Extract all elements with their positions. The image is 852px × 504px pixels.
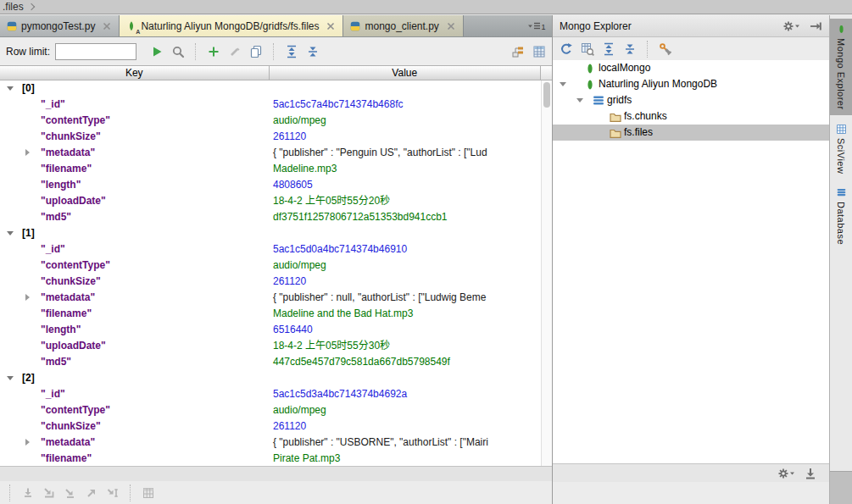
mongo-explorer-header: Mongo Explorer xyxy=(553,15,829,37)
field-row[interactable]: "_id"5ac1c5c7a4bc714374b468fc xyxy=(0,97,541,113)
scrollbar-thumb[interactable] xyxy=(543,82,550,108)
collapse-arrow-icon[interactable] xyxy=(7,86,14,91)
hide-panel-icon[interactable] xyxy=(809,19,822,33)
tree-node-naturling-aliyun-mongodb[interactable]: Naturling Aliyun MongoDB xyxy=(553,76,829,92)
document-index-label: [1] xyxy=(22,227,35,239)
collapse-arrow-icon[interactable] xyxy=(560,82,566,86)
field-row[interactable]: "chunkSize"261120 xyxy=(0,274,541,290)
row-limit-input[interactable] xyxy=(55,43,136,60)
document-index-row[interactable]: [0] xyxy=(0,80,541,97)
tool-window-tab-label: Mongo Explorer xyxy=(836,38,846,110)
refresh-icon[interactable] xyxy=(560,42,573,56)
arrow-down-right-icon[interactable] xyxy=(64,486,77,500)
value-cell xyxy=(270,80,541,97)
value-cell: 18-4-2 上午05时55分20秒 xyxy=(270,193,541,209)
field-row[interactable]: "uploadDate"18-4-2 上午05时55分30秒 xyxy=(0,338,541,354)
close-icon[interactable] xyxy=(101,20,113,32)
field-row[interactable]: "contentType"audio/mpeg xyxy=(0,402,541,418)
collection-search-icon[interactable] xyxy=(581,42,594,56)
panel-header-icons xyxy=(782,19,822,33)
sciview-grid-icon xyxy=(836,124,847,135)
collapse-all-icon[interactable] xyxy=(623,42,637,56)
breadcrumb-item[interactable]: .files xyxy=(3,1,24,13)
tab-label: pymongoTest.py xyxy=(21,20,95,32)
key-cell: "metadata" xyxy=(0,290,270,306)
expand-all-icon[interactable] xyxy=(602,42,615,56)
arrow-to-cursor-icon[interactable] xyxy=(106,486,120,500)
field-row[interactable]: "length"4808605 xyxy=(0,177,541,193)
field-row[interactable]: "uploadDate"18-4-2 上午05时55分20秒 xyxy=(0,193,541,209)
column-header-value[interactable]: Value xyxy=(270,66,541,80)
results-action-icons xyxy=(150,43,320,60)
magnifier-icon[interactable] xyxy=(171,45,185,58)
field-key: "metadata" xyxy=(41,291,95,303)
table-view-icon[interactable] xyxy=(532,45,546,58)
field-value: df3751f1257806712a51353bd941ccb1 xyxy=(273,211,448,223)
expand-arrow-icon[interactable] xyxy=(25,149,30,156)
key-cell: "md5" xyxy=(0,354,270,370)
field-row[interactable]: "metadata"{ "publisher" : null, "authorL… xyxy=(0,290,541,306)
editor-tab[interactable]: mongo_client.py xyxy=(343,15,463,36)
document-index-row[interactable]: [2] xyxy=(0,370,541,386)
add-icon[interactable] xyxy=(207,45,220,58)
value-cell: 6516440 xyxy=(270,322,541,338)
editor-tab[interactable]: ANaturling Aliyun MongoDB/gridfs/fs.file… xyxy=(120,15,343,36)
tabs-list-icon[interactable]: 1 xyxy=(527,19,546,33)
toolbar-separator xyxy=(9,485,11,501)
collapse-arrow-icon[interactable] xyxy=(7,231,14,235)
field-row[interactable]: "chunkSize"261120 xyxy=(0,129,541,145)
copy-icon[interactable] xyxy=(249,45,263,58)
field-key: "uploadDate" xyxy=(41,340,106,352)
editor-tab[interactable]: pymongoTest.py xyxy=(0,15,120,36)
arrow-corner-down-icon[interactable] xyxy=(42,486,56,500)
arrow-up-right-icon[interactable] xyxy=(85,486,98,500)
field-row[interactable]: "filename"Pirate Pat.mp3 xyxy=(0,451,541,466)
collapse-all-icon[interactable] xyxy=(306,45,320,58)
play-icon[interactable] xyxy=(150,45,164,58)
table-calc-icon[interactable] xyxy=(142,486,155,500)
tabs-dropdown-button[interactable]: 1 xyxy=(521,15,552,36)
wrench-icon[interactable] xyxy=(659,42,672,56)
key-cell: [2] xyxy=(0,370,270,386)
document-index-row[interactable]: [1] xyxy=(0,225,541,241)
field-key: "metadata" xyxy=(41,436,95,448)
field-row[interactable]: "filename"Madeline.mp3 xyxy=(0,161,541,177)
connection-tree: localMongoNaturling Aliyun MongoDBgridfs… xyxy=(553,60,829,463)
edit-icon[interactable] xyxy=(228,45,242,58)
field-row[interactable]: "contentType"audio/mpeg xyxy=(0,258,541,274)
tool-window-tab-mongo-explorer[interactable]: Mongo Explorer xyxy=(830,19,852,115)
tree-node-gridfs[interactable]: gridfs xyxy=(553,92,829,108)
field-row[interactable]: "filename"Madeline and the Bad Hat.mp3 xyxy=(0,306,541,322)
field-row[interactable]: "metadata"{ "publisher" : "Penguin US", … xyxy=(0,145,541,161)
lower-strip xyxy=(0,466,552,481)
field-row[interactable]: "contentType"audio/mpeg xyxy=(0,113,541,129)
field-row[interactable]: "metadata"{ "publisher" : "USBORNE", "au… xyxy=(0,435,541,451)
close-icon[interactable] xyxy=(445,20,457,32)
tree-node-fs-chunks[interactable]: fs.chunks xyxy=(553,108,829,125)
collapse-arrow-icon[interactable] xyxy=(7,376,14,380)
arrow-down-to-line-icon[interactable] xyxy=(21,486,35,500)
download-icon[interactable] xyxy=(804,467,817,480)
tree-node-localmongo[interactable]: localMongo xyxy=(553,60,829,76)
gear-dropdown-icon[interactable] xyxy=(777,467,795,480)
field-value: 261120 xyxy=(273,275,306,287)
tree-view-icon[interactable] xyxy=(511,45,525,58)
tree-node-fs-files[interactable]: fs.files xyxy=(553,125,829,141)
column-header-key[interactable]: Key xyxy=(0,66,270,80)
expand-arrow-icon[interactable] xyxy=(25,294,30,301)
table-header: KeyValue xyxy=(0,65,552,80)
collapse-arrow-icon[interactable] xyxy=(576,98,583,102)
expand-arrow-icon[interactable] xyxy=(25,439,30,446)
close-icon[interactable] xyxy=(325,20,337,32)
field-row[interactable]: "_id"5ac1c5d3a4bc714374b4692a xyxy=(0,386,541,402)
vertical-scrollbar[interactable] xyxy=(541,80,552,466)
gear-dropdown-icon[interactable] xyxy=(782,19,800,33)
tool-window-tab-database[interactable]: Database xyxy=(830,182,852,250)
field-row[interactable]: "md5"447cd5e457d79c581da667db5798549f xyxy=(0,354,541,370)
tool-window-tab-sciview[interactable]: SciView xyxy=(830,119,852,179)
field-row[interactable]: "length"6516440 xyxy=(0,322,541,338)
expand-all-icon[interactable] xyxy=(285,45,298,58)
field-row[interactable]: "chunkSize"261120 xyxy=(0,418,541,435)
field-row[interactable]: "_id"5ac1c5d0a4bc714374b46910 xyxy=(0,241,541,258)
field-row[interactable]: "md5"df3751f1257806712a51353bd941ccb1 xyxy=(0,209,541,225)
